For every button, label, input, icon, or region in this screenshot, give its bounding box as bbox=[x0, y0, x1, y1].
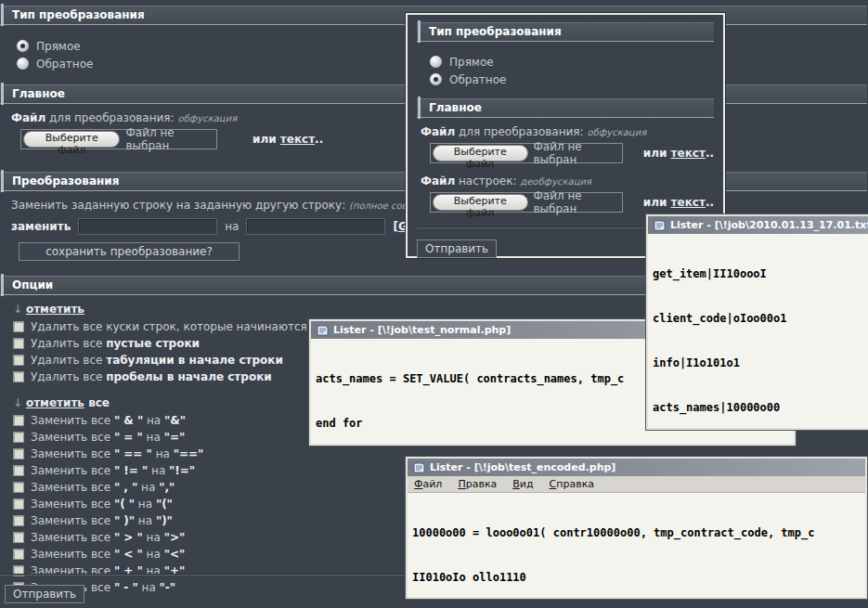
replace-from-input[interactable] bbox=[78, 218, 217, 235]
checkbox[interactable] bbox=[13, 321, 24, 332]
save-transform-button[interactable]: сохранить преобразование? bbox=[19, 242, 240, 261]
menu-file[interactable]: Файл bbox=[414, 478, 442, 490]
checkbox[interactable] bbox=[13, 482, 24, 493]
code-line: acts_names|10000o00 bbox=[653, 400, 868, 415]
checkbox[interactable] bbox=[13, 498, 24, 510]
replace-label: заменить bbox=[11, 220, 71, 233]
section-title: Преобразования bbox=[12, 175, 119, 188]
replace-to-input[interactable] bbox=[246, 218, 385, 235]
radio-reverse[interactable] bbox=[17, 58, 29, 70]
popup-file2-label: Файл настроек: деобфускация bbox=[421, 175, 714, 188]
radio-direct[interactable] bbox=[430, 56, 442, 68]
popup-submit-button[interactable]: Отправить bbox=[417, 239, 497, 258]
lister-window-txt: Lister - [\!job\2010.01.13_17.01.txt] ge… bbox=[646, 214, 868, 430]
checkbox[interactable] bbox=[13, 549, 24, 560]
menu-view[interactable]: Вид bbox=[512, 478, 533, 490]
lister-title-text: Lister - [\!job\test_normal.php] bbox=[333, 324, 511, 336]
text-link[interactable]: текст bbox=[280, 133, 315, 146]
section-title: Тип преобразования bbox=[429, 25, 562, 38]
code-line: info|I1o101o1 bbox=[653, 356, 868, 370]
radio-reverse[interactable] bbox=[430, 73, 442, 85]
popup-type-radios: Прямое Обратное bbox=[417, 42, 714, 88]
popup-section-header-general: Главное bbox=[417, 98, 714, 118]
radio-direct-label: Прямое bbox=[36, 40, 81, 53]
checkbox[interactable] bbox=[13, 432, 24, 443]
lister-document-icon bbox=[316, 325, 329, 336]
radio-reverse-label: Обратное bbox=[449, 73, 506, 86]
menu-help[interactable]: Справка bbox=[550, 478, 594, 490]
file-status: Файл не выбран bbox=[125, 126, 214, 152]
checkbox[interactable] bbox=[13, 448, 24, 459]
lister-content: 10000o00 = looo0o01( contr10000o00, tmp_… bbox=[408, 493, 865, 599]
popup-file1-row: Выберите файл Файл не выбран или текст.. bbox=[430, 143, 714, 163]
file-status: Файл не выбран bbox=[534, 189, 620, 215]
radio-reverse-row[interactable]: Обратное bbox=[430, 71, 714, 88]
popup-file1-label: Файл для преобразования: обфускация bbox=[421, 125, 714, 138]
or-text-link: или текст.. bbox=[643, 196, 714, 209]
checkbox[interactable] bbox=[13, 338, 24, 349]
section-title: Главное bbox=[429, 101, 482, 114]
page: Тип преобразования Прямое Обратное Главн… bbox=[0, 0, 868, 608]
text-link[interactable]: текст bbox=[671, 147, 706, 160]
code-line: client_code|oIoo00o1 bbox=[653, 311, 868, 326]
lister-title-text: Lister - [\!job\test_encoded.php] bbox=[430, 461, 615, 473]
text-link[interactable]: текст bbox=[671, 196, 706, 209]
file-status: Файл не выбран bbox=[534, 140, 620, 166]
lister-document-icon bbox=[653, 220, 666, 231]
checkbox[interactable] bbox=[13, 532, 24, 543]
na-label: на bbox=[225, 220, 239, 233]
radio-direct-row[interactable]: Прямое bbox=[430, 53, 714, 71]
or-text-link: или текст.. bbox=[643, 147, 714, 160]
checkbox[interactable] bbox=[13, 415, 24, 426]
file-input[interactable]: Выберите файл Файл не выбран bbox=[20, 129, 217, 149]
lister-document-icon bbox=[412, 462, 425, 473]
lister-menubar: Файл Правка Вид Справка bbox=[408, 476, 865, 493]
choose-file-button[interactable]: Выберите файл bbox=[433, 145, 528, 162]
checkbox[interactable] bbox=[13, 515, 24, 526]
section-title: Главное bbox=[12, 87, 65, 100]
radio-direct-label: Прямое bbox=[449, 56, 494, 69]
lister-titlebar[interactable]: Lister - [\!job\2010.01.13_17.01.txt] bbox=[648, 216, 868, 234]
choose-file-button[interactable]: Выберите файл bbox=[433, 194, 528, 211]
checkbox[interactable] bbox=[13, 371, 24, 382]
lister-title-text: Lister - [\!job\2010.01.13_17.01.txt] bbox=[670, 219, 868, 231]
radio-direct[interactable] bbox=[17, 40, 29, 52]
or-text-link: или текст.. bbox=[253, 133, 323, 146]
choose-file-button[interactable]: Выберите файл bbox=[23, 131, 120, 148]
mark-all-link[interactable]: отметить bbox=[26, 396, 84, 409]
popup-file2-row: Выберите файл Файл не выбран или текст.. bbox=[430, 192, 714, 213]
section-title: Тип преобразования bbox=[12, 8, 145, 21]
checkbox[interactable] bbox=[13, 465, 24, 476]
lister-content: get_item|II10oooI client_code|oIoo00o1 i… bbox=[648, 234, 868, 430]
lister-titlebar[interactable]: Lister - [\!job\test_encoded.php] bbox=[408, 459, 865, 476]
radio-reverse-label: Обратное bbox=[36, 58, 93, 71]
lister-window-encoded: Lister - [\!job\test_encoded.php] Файл П… bbox=[406, 457, 867, 599]
popup-section-header-type: Тип преобразования bbox=[417, 22, 714, 42]
code-line: get_item|II10oooI bbox=[653, 266, 868, 281]
checkbox[interactable] bbox=[13, 355, 24, 366]
code-line: 10000o00 = looo0o01( contr10000o00, tmp_… bbox=[412, 525, 861, 540]
mark-link[interactable]: отметить bbox=[26, 303, 84, 316]
code-line: II010oIo ollo1110 bbox=[412, 570, 861, 585]
submit-button[interactable]: Отправить bbox=[5, 585, 84, 603]
section-title: Опции bbox=[12, 278, 53, 291]
menu-edit[interactable]: Правка bbox=[458, 478, 497, 490]
file-input[interactable]: Выберите файл Файл не выбран bbox=[430, 192, 623, 213]
file-input[interactable]: Выберите файл Файл не выбран bbox=[430, 143, 623, 163]
